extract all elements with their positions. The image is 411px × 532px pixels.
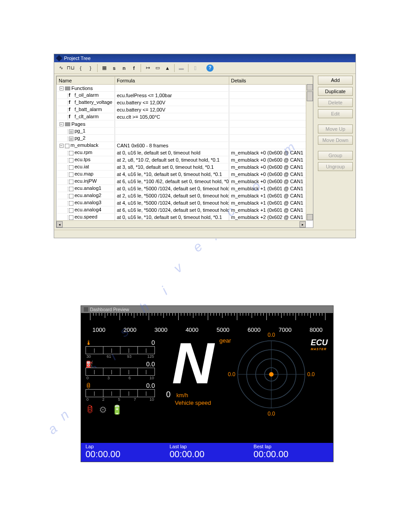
tree-row[interactable]: ecu.analog2at 2, u16 le, *5000 /1024, de… xyxy=(57,192,313,199)
row-name: ecu.map xyxy=(75,171,94,176)
tree-row[interactable]: −Functions xyxy=(57,85,313,92)
tree-row[interactable]: ecu.iatat 3, s8, *10, default set 0, tim… xyxy=(57,163,313,171)
tb-square-wave-icon[interactable]: ⊓⊔ xyxy=(67,64,75,72)
gear-value: N xyxy=(162,336,224,390)
folder-icon xyxy=(65,122,70,126)
tree-row[interactable]: ecu.rpmat 0, u16 le, default set 0, time… xyxy=(57,149,313,156)
tb-doc-icon[interactable]: ▯ xyxy=(191,64,199,72)
lap-label: Best lap xyxy=(253,444,329,449)
col-formula[interactable]: Formula xyxy=(115,77,229,85)
tree-row[interactable]: ecu.analog3at 4, u16 le, *5000 /1024, de… xyxy=(57,199,313,206)
help-icon[interactable]: ? xyxy=(206,64,214,72)
gauge-ticks: 025710 xyxy=(86,397,155,402)
ungroup-button[interactable]: Ungroup xyxy=(318,162,353,171)
tree-row[interactable]: ecu.analog4at 6, u16 le, *5000 /1024, de… xyxy=(57,206,313,214)
row-name: f_clt_alarm xyxy=(75,114,99,119)
fuel-icon: ⛽ xyxy=(86,360,93,368)
row-name: ecu.injPW xyxy=(75,178,97,184)
tree-row[interactable]: ecu.speedat 0, u16 le, *10, default set … xyxy=(57,214,313,221)
duplicate-button[interactable]: Duplicate xyxy=(318,87,353,96)
tb-bracket-right-icon[interactable]: } xyxy=(86,64,94,72)
toggle-icon[interactable]: − xyxy=(60,86,64,90)
scroll-down-icon[interactable] xyxy=(307,214,313,220)
row-details: m_emublack +1 (0x601 @ CAN1 xyxy=(229,185,313,192)
tb-f-icon[interactable]: f xyxy=(130,64,138,72)
tree-row[interactable]: ff_oil_alarmecu.fuelPress <= 1,00bar xyxy=(57,92,313,99)
delete-button[interactable]: Delete xyxy=(318,98,353,107)
tb-n-icon[interactable]: n xyxy=(120,64,128,72)
tree-row[interactable]: ff_clt_alarmecu.clt >= 105,00°C xyxy=(57,113,313,120)
scroll-up-icon[interactable] xyxy=(307,84,313,90)
col-name[interactable]: Name xyxy=(57,77,115,85)
col-details[interactable]: Details xyxy=(229,77,313,85)
function-icon: f xyxy=(69,99,73,105)
tb-warning-icon[interactable]: ▲ xyxy=(163,64,171,72)
watermark: a xyxy=(45,420,60,438)
tree-row[interactable]: pg_1 xyxy=(57,128,313,135)
oil-warning-icon: 🛢 xyxy=(86,404,94,415)
engine-warning-icon: ⚙ xyxy=(99,404,107,415)
scroll-right-icon[interactable]: ▸ xyxy=(300,221,306,227)
tb-bracket-left-icon[interactable]: { xyxy=(77,64,85,72)
scale-label: 7000 xyxy=(278,326,291,333)
row-formula: at 0, u16 le, default set 0, timeout hol… xyxy=(115,149,229,156)
tb-arrow-in-icon[interactable]: ↦ xyxy=(144,64,152,72)
scroll-thumb[interactable] xyxy=(307,91,313,101)
vertical-scrollbar[interactable] xyxy=(306,84,313,220)
scroll-left-icon[interactable]: ◂ xyxy=(56,221,63,227)
row-details xyxy=(229,120,313,128)
row-name: ecu.speed xyxy=(75,214,98,219)
row-details xyxy=(229,99,313,106)
tree-row[interactable]: ecu.mapat 4, u16 le, *10, default set 0,… xyxy=(57,171,313,178)
tree-table[interactable]: Name Formula Details −Functionsff_oil_al… xyxy=(56,76,313,228)
row-formula: at 2, u16 le, *5000 /1024, default set 0… xyxy=(115,192,229,199)
row-name: Functions xyxy=(72,86,93,91)
toggle-icon[interactable]: − xyxy=(60,122,64,126)
row-details: m_emublack +0 (0x600 @ CAN1 xyxy=(229,163,313,171)
gforce-right: 0.0 xyxy=(307,371,315,378)
row-name: f_oil_alarm xyxy=(75,92,99,98)
function-icon: f xyxy=(69,107,73,112)
speed-unit: km/h xyxy=(176,392,188,399)
window-title: Project Tree xyxy=(64,56,90,61)
tb-s-icon[interactable]: s xyxy=(110,64,118,72)
tree-row[interactable]: −m_emublackCAN1 0x600 - 8 frames xyxy=(57,142,313,149)
tree-row[interactable]: ecu.tpsat 2, u8, *10 /2, default set 0, … xyxy=(57,156,313,163)
gauge-value: 0 xyxy=(151,339,155,346)
row-details xyxy=(229,85,313,92)
gforce-bottom: 0.0 xyxy=(268,411,275,417)
row-name: ecu.analog4 xyxy=(75,207,102,212)
edit-button[interactable]: Edit xyxy=(318,109,353,118)
gear-label: gear xyxy=(219,337,231,344)
page-icon xyxy=(69,137,73,141)
row-details: m_emublack +0 (0x600 @ CAN1 xyxy=(229,156,313,163)
tree-row[interactable]: ff_batt_alarmecu.battery <= 12,00V xyxy=(57,106,313,113)
tree-row[interactable]: ff_battery_voltageecu.battery <= 12,00V xyxy=(57,99,313,106)
row-details xyxy=(229,106,313,113)
toggle-icon[interactable]: − xyxy=(60,144,64,148)
tree-row[interactable]: −Pages xyxy=(57,120,313,128)
add-button[interactable]: Add xyxy=(318,76,353,85)
tree-row[interactable]: ecu.injPWat 6, u16 le, *100 /62, default… xyxy=(57,178,313,185)
scale-label: 5000 xyxy=(217,326,230,333)
move-down-button[interactable]: Move Down xyxy=(318,136,353,145)
tb-folder-icon[interactable]: ▬ xyxy=(177,64,185,72)
horizontal-scrollbar[interactable]: ◂ ▸ xyxy=(56,220,306,227)
group-button[interactable]: Group xyxy=(318,151,353,160)
tree-row[interactable]: pg_2 xyxy=(57,135,313,142)
ecu-logo: ECU MASTER xyxy=(311,338,328,351)
row-name: Pages xyxy=(72,121,86,127)
scale-label: 6000 xyxy=(248,326,261,333)
tb-wave-icon[interactable]: ∿ xyxy=(57,64,65,72)
variable-icon xyxy=(69,180,73,184)
row-details xyxy=(229,135,313,142)
tb-box-icon[interactable]: ▭ xyxy=(154,64,162,72)
move-up-button[interactable]: Move Up xyxy=(318,124,353,133)
lap-time: 00:00.00 xyxy=(170,449,245,459)
tb-grid-icon[interactable]: ▦ xyxy=(100,64,108,72)
lap-label: Lap xyxy=(86,444,161,449)
row-details xyxy=(229,113,313,120)
warning-icons: 🛢 ⚙ 🔋 xyxy=(86,404,155,415)
tree-row[interactable]: ecu.analog1at 0, u16 le, *5000 /1024, de… xyxy=(57,185,313,192)
title-bar: Project Tree xyxy=(54,54,355,62)
